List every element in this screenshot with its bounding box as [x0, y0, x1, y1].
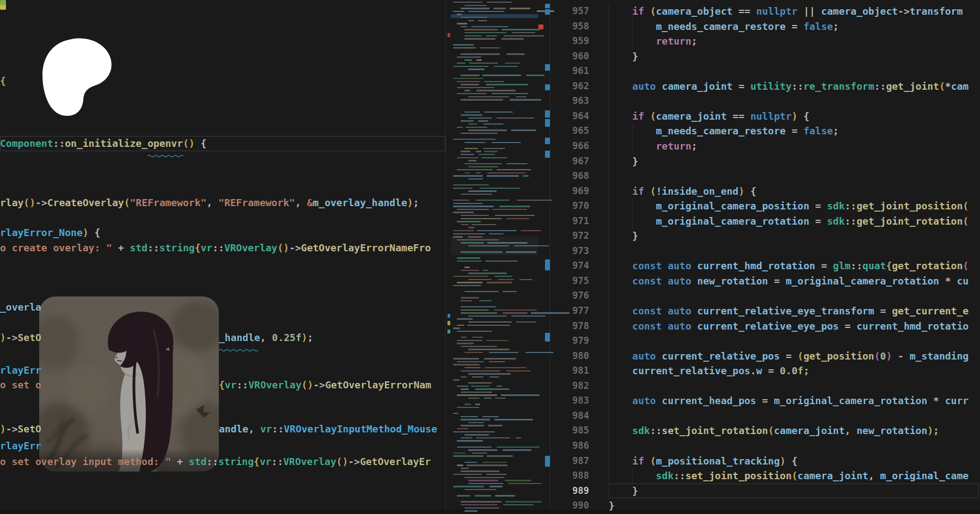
line-number: 962: [551, 79, 589, 94]
line-number: 967: [551, 154, 589, 169]
token-punct: ->: [6, 423, 18, 435]
token-gold: ): [302, 332, 308, 343]
token-type: string: [160, 242, 195, 253]
token-gold: (: [963, 200, 969, 212]
token-str: o set overlay input method: ": [0, 456, 177, 467]
indent-space: [609, 305, 632, 317]
minimap-code-bar: [461, 388, 469, 389]
ruler-modified-mark: [545, 333, 550, 342]
token-type: string: [218, 456, 254, 467]
token-fn: GetOverlayErrorNameFro: [301, 242, 431, 253]
minimap-code-bar: [510, 8, 530, 9]
token-punct: {: [195, 138, 207, 149]
ruler-error-mark: [538, 24, 543, 29]
token-var: m_positional_tracking: [656, 455, 780, 467]
minimap-code-bar: [457, 257, 480, 258]
minimap-code-bar: [478, 120, 488, 121]
minimap-code-bar: [479, 188, 519, 189]
minimap-code-bar: [489, 376, 499, 377]
minimap-code-bar: [461, 133, 498, 134]
token-ctl: if: [632, 455, 650, 467]
minimap-code-bar: [461, 99, 503, 100]
minimap-code-bar: [482, 75, 521, 76]
minimap-code-bar: [461, 120, 474, 121]
token-fn: rlay: [0, 197, 23, 208]
code-line: if (camera_joint == nullptr) {: [609, 109, 810, 123]
minimap-code-bar: [461, 468, 469, 469]
token-str: o set o: [0, 379, 41, 391]
minimap-code-bar: [457, 361, 484, 362]
token-punct: +: [177, 456, 189, 467]
indent-space: [609, 51, 632, 62]
code-line: if (!inside_on_end) {: [609, 184, 756, 199]
token-ctl: if: [632, 110, 650, 122]
ruler-modified-mark: [545, 9, 550, 15]
line-number: 959: [551, 34, 589, 48]
minimap-code-bar: [479, 300, 492, 301]
token-fn: get_current_e: [892, 305, 969, 317]
openvr-spellcheck-squiggle: [148, 150, 183, 152]
minimap-code-bar: [461, 114, 482, 115]
minimap-code-bar: [464, 404, 471, 405]
ruler-modified-mark: [545, 84, 550, 90]
token-var: camera_object: [656, 5, 739, 17]
indent-space: [609, 215, 656, 227]
token-gold: (: [939, 80, 945, 92]
token-ctl: return: [656, 35, 691, 47]
editor-group-divider[interactable]: [550, 0, 550, 514]
indent-space: [609, 470, 656, 481]
token-gold: ): [0, 332, 6, 343]
token-var: cam: [951, 80, 969, 92]
minimap-code-bar: [492, 142, 521, 143]
token-punct: ::: [148, 242, 160, 253]
minimap-code-bar: [464, 148, 478, 149]
code-line-fragment: _handle, 0.25f);: [219, 330, 313, 345]
minimap-code-bar: [472, 453, 487, 454]
code-line-fragment: andle, vr::VROverlayInputMethod_Mouse: [219, 422, 437, 436]
line-number: 965: [551, 123, 589, 138]
minimap-code-bar: [464, 112, 480, 113]
token-punct: ::: [650, 425, 662, 436]
minimap-code-bar: [461, 470, 499, 472]
minimap-code-bar: [457, 340, 482, 341]
token-var: camera_joint: [798, 470, 868, 481]
minimap-code-bar: [495, 495, 516, 496]
indent-space: [609, 260, 632, 271]
vscode-window: {Component::on_initialize_openvr() {rlay…: [0, 0, 980, 514]
editor-split-divider[interactable]: [445, 0, 446, 514]
minimap-code-bar: [457, 447, 492, 448]
minimap-code-bar: [482, 462, 506, 463]
patreon-logo: [39, 38, 115, 120]
token-type: VROverlay: [283, 456, 336, 467]
token-punct: ::: [850, 260, 862, 271]
token-punct: ,: [248, 423, 260, 435]
minimap-code-bar: [468, 69, 485, 70]
minimap-code-bar: [468, 483, 504, 484]
line-number: 981: [551, 363, 589, 378]
code-line: m_original_camera_position = sdk::get_jo…: [609, 199, 969, 213]
minimap-code-bar: [453, 206, 494, 207]
token-fn: GetOverlayErrorNam: [325, 379, 431, 391]
minimap-code-bar: [464, 510, 477, 511]
token-punct: ;: [691, 35, 697, 47]
line-number: 985: [551, 423, 589, 438]
token-kw: auto: [632, 80, 661, 92]
minimap-code-bar: [461, 425, 484, 426]
minimap-code-bar: [461, 346, 497, 347]
token-str: o create overlay: ": [0, 242, 118, 253]
indent-space: [609, 80, 632, 92]
minimap-code-bar: [461, 309, 489, 311]
minimap-code-bar: [453, 379, 460, 380]
minimap-code-bar: [468, 227, 474, 228]
minimap-slider[interactable]: [451, 237, 538, 255]
token-kw: false: [804, 125, 833, 137]
line-number: 983: [551, 393, 589, 408]
minimap-code-bar: [503, 449, 531, 450]
minimap-code-bar: [461, 84, 479, 85]
line-number: 960: [551, 49, 589, 64]
token-fn: CreateOverlay: [47, 197, 124, 208]
minimap-code-bar: [453, 455, 483, 456]
minimap-edge-mark: [448, 33, 450, 37]
minimap-edge-mark: [448, 314, 450, 318]
minimap-code-bar: [475, 388, 510, 389]
